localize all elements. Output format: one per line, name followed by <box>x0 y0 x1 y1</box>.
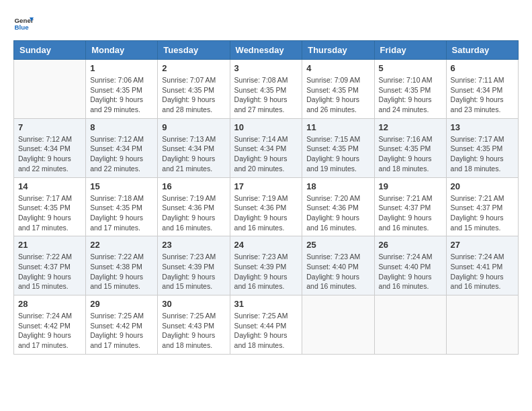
calendar-cell: 20Sunrise: 7:21 AMSunset: 4:37 PMDayligh… <box>446 177 518 236</box>
calendar-cell: 29Sunrise: 7:25 AMSunset: 4:42 PMDayligh… <box>86 295 158 355</box>
logo-icon: General Blue <box>13 13 34 34</box>
day-info: Sunrise: 7:13 AMSunset: 4:34 PMDaylight:… <box>162 134 225 174</box>
day-number: 19 <box>379 181 442 191</box>
day-number: 5 <box>379 63 442 73</box>
day-info: Sunrise: 7:12 AMSunset: 4:34 PMDaylight:… <box>18 134 81 174</box>
calendar-cell: 4Sunrise: 7:09 AMSunset: 4:35 PMDaylight… <box>302 60 374 119</box>
day-number: 23 <box>162 240 225 250</box>
calendar-cell: 21Sunrise: 7:22 AMSunset: 4:37 PMDayligh… <box>14 236 86 295</box>
day-number: 7 <box>18 122 81 132</box>
day-info: Sunrise: 7:23 AMSunset: 4:40 PMDaylight:… <box>306 252 369 291</box>
calendar-cell: 26Sunrise: 7:24 AMSunset: 4:40 PMDayligh… <box>374 236 446 295</box>
day-info: Sunrise: 7:25 AMSunset: 4:42 PMDaylight:… <box>90 311 153 351</box>
day-number: 8 <box>90 122 153 132</box>
day-info: Sunrise: 7:15 AMSunset: 4:35 PMDaylight:… <box>306 134 369 174</box>
day-info: Sunrise: 7:08 AMSunset: 4:35 PMDaylight:… <box>234 75 298 115</box>
day-number: 3 <box>234 63 298 73</box>
day-number: 27 <box>451 240 514 250</box>
day-info: Sunrise: 7:19 AMSunset: 4:36 PMDaylight:… <box>234 193 298 233</box>
calendar-cell: 27Sunrise: 7:24 AMSunset: 4:41 PMDayligh… <box>446 236 518 295</box>
day-info: Sunrise: 7:21 AMSunset: 4:37 PMDaylight:… <box>379 193 442 233</box>
calendar-cell: 25Sunrise: 7:23 AMSunset: 4:40 PMDayligh… <box>302 236 374 295</box>
calendar-cell: 18Sunrise: 7:20 AMSunset: 4:36 PMDayligh… <box>302 177 374 236</box>
day-info: Sunrise: 7:21 AMSunset: 4:37 PMDaylight:… <box>451 193 514 233</box>
calendar-cell: 19Sunrise: 7:21 AMSunset: 4:37 PMDayligh… <box>374 177 446 236</box>
day-info: Sunrise: 7:25 AMSunset: 4:43 PMDaylight:… <box>162 311 225 351</box>
calendar-cell: 6Sunrise: 7:11 AMSunset: 4:34 PMDaylight… <box>446 60 518 119</box>
day-info: Sunrise: 7:17 AMSunset: 4:35 PMDaylight:… <box>18 193 81 233</box>
day-header-sunday: Sunday <box>14 41 86 60</box>
calendar-cell: 8Sunrise: 7:12 AMSunset: 4:34 PMDaylight… <box>86 118 158 177</box>
day-number: 17 <box>234 181 298 191</box>
day-header-tuesday: Tuesday <box>158 41 230 60</box>
day-info: Sunrise: 7:10 AMSunset: 4:35 PMDaylight:… <box>379 75 442 115</box>
calendar-cell: 12Sunrise: 7:16 AMSunset: 4:35 PMDayligh… <box>374 118 446 177</box>
calendar-cell: 5Sunrise: 7:10 AMSunset: 4:35 PMDaylight… <box>374 60 446 119</box>
calendar-cell <box>374 295 446 355</box>
calendar-week-row: 1Sunrise: 7:06 AMSunset: 4:35 PMDaylight… <box>14 60 519 119</box>
calendar-cell <box>446 295 518 355</box>
day-number: 25 <box>306 240 369 250</box>
calendar-cell: 11Sunrise: 7:15 AMSunset: 4:35 PMDayligh… <box>302 118 374 177</box>
day-number: 26 <box>379 240 442 250</box>
day-number: 18 <box>306 181 369 191</box>
day-number: 29 <box>90 299 153 309</box>
day-header-monday: Monday <box>86 41 158 60</box>
calendar-week-row: 28Sunrise: 7:24 AMSunset: 4:42 PMDayligh… <box>14 295 519 355</box>
calendar-cell: 1Sunrise: 7:06 AMSunset: 4:35 PMDaylight… <box>86 60 158 119</box>
day-number: 31 <box>234 299 298 309</box>
calendar-cell <box>14 60 86 119</box>
page-header: General Blue <box>13 13 519 34</box>
day-number: 1 <box>90 63 153 73</box>
day-number: 20 <box>451 181 514 191</box>
calendar-cell: 23Sunrise: 7:23 AMSunset: 4:39 PMDayligh… <box>158 236 230 295</box>
calendar-cell: 9Sunrise: 7:13 AMSunset: 4:34 PMDaylight… <box>158 118 230 177</box>
calendar-cell: 30Sunrise: 7:25 AMSunset: 4:43 PMDayligh… <box>158 295 230 355</box>
calendar-cell: 31Sunrise: 7:25 AMSunset: 4:44 PMDayligh… <box>230 295 302 355</box>
day-info: Sunrise: 7:18 AMSunset: 4:35 PMDaylight:… <box>90 193 153 233</box>
calendar-cell: 3Sunrise: 7:08 AMSunset: 4:35 PMDaylight… <box>230 60 302 119</box>
svg-text:Blue: Blue <box>15 24 30 31</box>
calendar-cell <box>302 295 374 355</box>
calendar-cell: 24Sunrise: 7:23 AMSunset: 4:39 PMDayligh… <box>230 236 302 295</box>
day-info: Sunrise: 7:09 AMSunset: 4:35 PMDaylight:… <box>306 75 369 115</box>
day-number: 30 <box>162 299 225 309</box>
calendar-week-row: 21Sunrise: 7:22 AMSunset: 4:37 PMDayligh… <box>14 236 519 295</box>
day-number: 4 <box>306 63 369 73</box>
logo: General Blue <box>13 13 34 34</box>
calendar-cell: 14Sunrise: 7:17 AMSunset: 4:35 PMDayligh… <box>14 177 86 236</box>
day-number: 16 <box>162 181 225 191</box>
calendar-cell: 10Sunrise: 7:14 AMSunset: 4:34 PMDayligh… <box>230 118 302 177</box>
day-info: Sunrise: 7:07 AMSunset: 4:35 PMDaylight:… <box>162 75 225 115</box>
day-number: 10 <box>234 122 298 132</box>
day-number: 22 <box>90 240 153 250</box>
calendar-cell: 17Sunrise: 7:19 AMSunset: 4:36 PMDayligh… <box>230 177 302 236</box>
day-number: 24 <box>234 240 298 250</box>
day-info: Sunrise: 7:17 AMSunset: 4:35 PMDaylight:… <box>451 134 514 174</box>
day-info: Sunrise: 7:06 AMSunset: 4:35 PMDaylight:… <box>90 75 153 115</box>
day-number: 11 <box>306 122 369 132</box>
day-info: Sunrise: 7:24 AMSunset: 4:42 PMDaylight:… <box>18 311 81 351</box>
calendar-cell: 2Sunrise: 7:07 AMSunset: 4:35 PMDaylight… <box>158 60 230 119</box>
day-info: Sunrise: 7:22 AMSunset: 4:37 PMDaylight:… <box>18 252 81 291</box>
day-header-thursday: Thursday <box>302 41 374 60</box>
day-info: Sunrise: 7:23 AMSunset: 4:39 PMDaylight:… <box>234 252 298 291</box>
day-number: 13 <box>451 122 514 132</box>
day-info: Sunrise: 7:23 AMSunset: 4:39 PMDaylight:… <box>162 252 225 291</box>
day-info: Sunrise: 7:20 AMSunset: 4:36 PMDaylight:… <box>306 193 369 233</box>
day-header-friday: Friday <box>374 41 446 60</box>
day-header-saturday: Saturday <box>446 41 518 60</box>
calendar-cell: 16Sunrise: 7:19 AMSunset: 4:36 PMDayligh… <box>158 177 230 236</box>
day-info: Sunrise: 7:25 AMSunset: 4:44 PMDaylight:… <box>234 311 298 351</box>
day-number: 12 <box>379 122 442 132</box>
day-info: Sunrise: 7:11 AMSunset: 4:34 PMDaylight:… <box>451 75 514 115</box>
day-info: Sunrise: 7:14 AMSunset: 4:34 PMDaylight:… <box>234 134 298 174</box>
day-number: 2 <box>162 63 225 73</box>
calendar-table: SundayMondayTuesdayWednesdayThursdayFrid… <box>13 40 519 355</box>
calendar-cell: 15Sunrise: 7:18 AMSunset: 4:35 PMDayligh… <box>86 177 158 236</box>
day-info: Sunrise: 7:12 AMSunset: 4:34 PMDaylight:… <box>90 134 153 174</box>
day-info: Sunrise: 7:24 AMSunset: 4:41 PMDaylight:… <box>451 252 514 291</box>
calendar-week-row: 7Sunrise: 7:12 AMSunset: 4:34 PMDaylight… <box>14 118 519 177</box>
day-info: Sunrise: 7:16 AMSunset: 4:35 PMDaylight:… <box>379 134 442 174</box>
day-info: Sunrise: 7:24 AMSunset: 4:40 PMDaylight:… <box>379 252 442 291</box>
